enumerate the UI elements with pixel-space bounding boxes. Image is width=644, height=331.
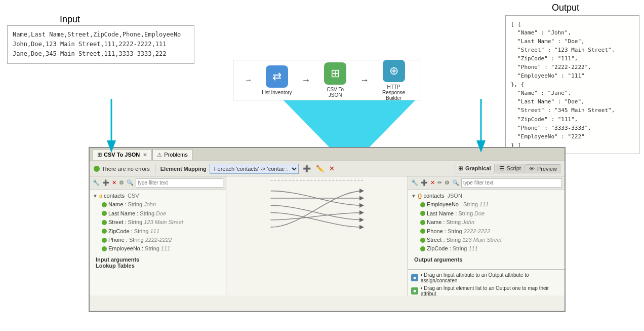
node-indicator [420, 211, 425, 216]
list-inventory-icon: ⇄ [266, 65, 288, 88]
right-pane-toolbar: 🔧 ➕ ✕ ✏ ⚙ 🔍 [408, 176, 565, 190]
node-name: Last Name : [108, 210, 138, 217]
node-indicator [420, 246, 425, 251]
http-response-icon: ⊕ [383, 60, 405, 82]
left-root-toggle[interactable]: ▼ [93, 193, 98, 200]
node-name: Street : [427, 236, 445, 244]
list-item[interactable]: Street : String 123 Main Street [93, 218, 223, 227]
flow-diagram: → ⇄ List Inventory → ⊞ CSV To JSON → ⊕ H… [233, 60, 420, 100]
list-item[interactable]: Phone : String 2222-2222 [411, 227, 561, 236]
node-name: EmployeeNo : [427, 201, 462, 208]
left-gear-btn[interactable]: ⚙ [118, 179, 125, 187]
flow-arrow-2: → [360, 75, 369, 86]
right-root-type: JSON [446, 192, 462, 200]
left-del-btn[interactable]: ✕ [111, 179, 117, 187]
http-response-label: HTTP Response Builder [379, 84, 409, 101]
left-filter-btn[interactable]: 🔍 [126, 179, 134, 187]
flow-node-list-inventory[interactable]: ⇄ List Inventory [262, 65, 292, 95]
list-item[interactable]: Street : String 123 Main Street [411, 236, 561, 244]
tab-problems[interactable]: ⚠ Problems [152, 149, 192, 160]
node-type: String [128, 201, 142, 208]
right-del-btn[interactable]: ✕ [430, 179, 435, 187]
element-mapping-label: Element Mapping [160, 166, 207, 172]
node-value: Doe [156, 210, 166, 217]
view-tab-script[interactable]: ☰ Script [496, 164, 525, 173]
node-value: 2222-2222 [464, 228, 491, 235]
right-gear-btn[interactable]: ⚙ [444, 179, 450, 187]
list-item[interactable]: EmployeeNo : String 111 [93, 244, 223, 253]
left-wrench-btn[interactable]: 🔧 [92, 179, 100, 187]
list-item[interactable]: Phone : String 2222-2222 [93, 236, 223, 244]
tab-csv-to-json[interactable]: ⊞ CSV To JSON ✕ [93, 149, 151, 160]
right-filter-btn[interactable]: 🔍 [452, 179, 460, 187]
node-value: 111 [150, 228, 159, 235]
left-tree-root: ▼ a contacts CSV Name : String John Last… [93, 192, 223, 253]
right-add-btn[interactable]: ➕ [420, 179, 428, 187]
node-type: String [145, 245, 159, 252]
list-item[interactable]: ZipCode : String 111 [93, 227, 223, 236]
node-type: String [453, 245, 467, 252]
output-label: Output [552, 3, 579, 13]
edit-btn[interactable]: ✏️ [315, 164, 325, 173]
input-box: Name,Last Name,Street,ZipCode,Phone,Empl… [7, 25, 194, 64]
input-line-2: John,Doe,123 Main Street,111,2222-2222,1… [13, 40, 189, 49]
bottom-hints: ■ • Drag an Input attribute to an Output… [408, 269, 565, 296]
node-value: 2222-2222 [145, 236, 172, 244]
left-filter-input[interactable] [136, 178, 223, 188]
left-add-btn[interactable]: ➕ [102, 179, 110, 187]
list-item[interactable]: Name : String John [93, 200, 223, 209]
right-wrench-btn[interactable]: 🔧 [411, 179, 419, 187]
node-type: String [463, 201, 478, 208]
problems-tab-label: Problems [164, 152, 187, 158]
list-item[interactable]: Last Name : String Doe [93, 209, 223, 218]
list-item[interactable]: Last Name : String Doe [411, 209, 561, 218]
toolbar-sep-1 [155, 164, 155, 173]
flow-entry-arrow: → [244, 76, 252, 85]
input-line-1: Name,Last Name,Street,ZipCode,Phone,Empl… [13, 30, 189, 40]
right-tree-children: EmployeeNo : String 111 Last Name : Stri… [411, 200, 561, 253]
output-box: [ { "Name" : "John", "Last Name" : "Doe"… [505, 15, 639, 154]
middle-pane [226, 176, 408, 296]
flow-node-csv-to-json[interactable]: ⊞ CSV To JSON [320, 62, 350, 98]
right-edit-btn[interactable]: ✏ [437, 179, 442, 187]
node-indicator [102, 211, 107, 216]
flow-node-http-response[interactable]: ⊕ HTTP Response Builder [379, 60, 409, 101]
right-root-icon: {} [418, 192, 422, 200]
status-circle [94, 166, 100, 172]
node-indicator [420, 220, 425, 225]
node-name: ZipCode : [427, 245, 451, 252]
hint-text-1: • Drag an Input attribute to an Output a… [421, 272, 561, 283]
csv-tab-close[interactable]: ✕ [143, 152, 147, 158]
foreach-dropdown[interactable]: Foreach 'contacts' -> 'contac : [210, 164, 299, 174]
node-name: Name : [108, 201, 126, 208]
editor-toolbar: There are no errors Element Mapping Fore… [90, 161, 565, 176]
view-tab-graphical[interactable]: ⊞ Graphical [455, 164, 495, 173]
right-filter-input[interactable] [461, 178, 562, 188]
status-indicator: There are no errors [94, 166, 150, 172]
csv-tab-label: CSV To JSON [104, 152, 140, 158]
view-tab-preview[interactable]: 👁 Preview [526, 164, 560, 173]
delete-btn[interactable]: ✕ [328, 164, 336, 173]
node-name: EmployeeNo : [108, 245, 143, 252]
right-root-toggle[interactable]: ▼ [411, 193, 416, 200]
add-btn[interactable]: ➕ [302, 164, 312, 173]
status-text: There are no errors [102, 166, 150, 172]
node-value: 123 Main Street [462, 236, 502, 244]
left-root-node[interactable]: ▼ a contacts CSV [93, 192, 223, 200]
list-item[interactable]: ZipCode : String 111 [411, 244, 561, 253]
left-tree-children: Name : String John Last Name : String Do… [93, 200, 223, 253]
right-root-label: contacts [423, 192, 444, 200]
node-value: 111 [479, 201, 489, 208]
node-type: String [458, 210, 473, 217]
output-arguments-label: Output arguments [411, 254, 561, 263]
right-root-node[interactable]: ▼ {} contacts JSON [411, 192, 561, 200]
node-name: Name : [427, 218, 445, 226]
hint-text-2: • Drag an Input element list to an Outpu… [421, 285, 561, 297]
mapping-lines-svg [226, 176, 408, 296]
tab-bar: ⊞ CSV To JSON ✕ ⚠ Problems [90, 148, 565, 161]
graphical-icon: ⊞ [458, 165, 463, 171]
left-root-label: contacts [104, 192, 125, 200]
list-item[interactable]: EmployeeNo : String 111 [411, 200, 561, 209]
node-name: ZipCode : [108, 228, 133, 235]
list-item[interactable]: Name : String John [411, 218, 561, 227]
